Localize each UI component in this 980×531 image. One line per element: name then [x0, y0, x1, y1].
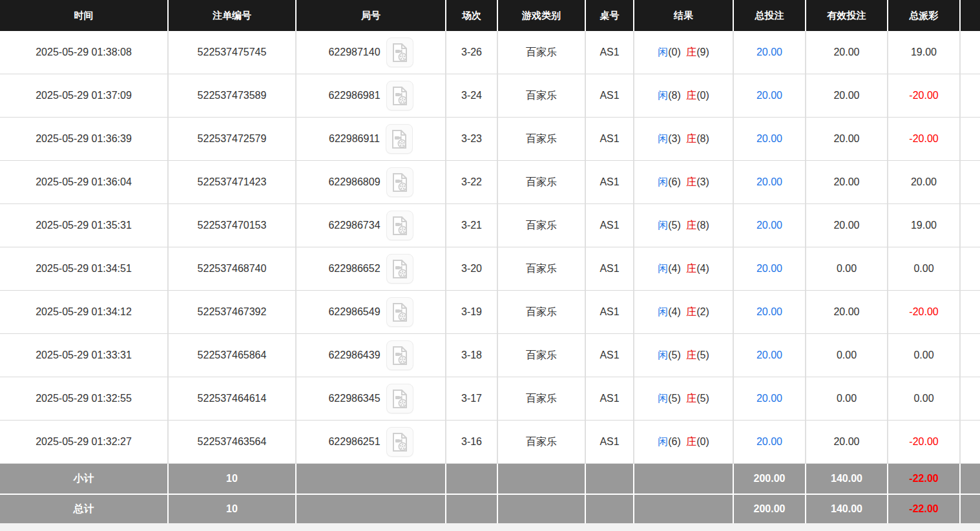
game-type-cell: 百家乐: [498, 334, 586, 377]
banker-result-label: 庄: [686, 90, 696, 101]
banker-score: (5): [696, 349, 709, 360]
video-playback-button[interactable]: [386, 167, 413, 197]
video-playback-button[interactable]: [386, 124, 413, 154]
summary-count-cell: 10: [169, 494, 297, 523]
video-file-icon: [391, 302, 409, 322]
bet-id-cell: 522537471423: [169, 161, 297, 204]
game-type-cell: 百家乐: [498, 204, 586, 247]
extra-cell: [961, 74, 980, 118]
player-result-label: 闲: [658, 133, 668, 144]
banker-score: (5): [696, 393, 709, 404]
player-result-label: 闲: [658, 436, 668, 447]
banker-result-label: 庄: [686, 349, 696, 360]
result-cell: 闲(6) 庄(3): [634, 161, 734, 204]
round-id-cell: 622986911: [297, 118, 446, 161]
total-bet-link[interactable]: 20.00: [756, 349, 782, 360]
round-id-value: 622986549: [328, 306, 380, 318]
round-id-cell: 622986734: [297, 204, 446, 247]
video-playback-button[interactable]: [386, 427, 413, 457]
total-bet-cell: 20.00: [734, 377, 806, 421]
table-row: 2025-05-29 01:37:09 522537473589 6229869…: [0, 74, 980, 118]
result-cell: 闲(5) 庄(5): [634, 377, 734, 421]
total-bet-cell: 20.00: [734, 291, 806, 334]
summary-row: 小计 10 200.00 140.00 -22.00: [0, 464, 980, 494]
summary-valid-bet-cell: 140.00: [806, 494, 888, 523]
total-bet-cell: 20.00: [734, 421, 806, 464]
table-row: 2025-05-29 01:38:08 522537475745 6229871…: [0, 31, 980, 74]
player-result-label: 闲: [658, 263, 668, 274]
session-cell: 3-16: [446, 421, 498, 464]
video-playback-button[interactable]: [386, 81, 413, 110]
banker-result-label: 庄: [686, 393, 696, 404]
video-file-icon: [391, 389, 409, 409]
round-id-value: 622986734: [328, 220, 380, 231]
round-id-cell: 622986549: [297, 291, 446, 334]
col-header-extra: [961, 0, 980, 31]
table-row: 2025-05-29 01:34:12 522537467392 6229865…: [0, 291, 980, 334]
total-bet-link[interactable]: 20.00: [756, 306, 782, 317]
total-bet-link[interactable]: 20.00: [756, 47, 782, 57]
session-cell: 3-26: [446, 31, 498, 74]
summary-table-cell: [586, 494, 634, 523]
total-bet-link[interactable]: 20.00: [756, 220, 782, 231]
payout-cell: 0.00: [888, 334, 961, 377]
player-result-label: 闲: [658, 176, 668, 187]
bet-id-cell: 522537472579: [169, 118, 297, 161]
video-playback-button[interactable]: [386, 37, 413, 67]
banker-result-label: 庄: [686, 47, 696, 57]
table-header-row: 时间注单编号局号场次游戏类别桌号结果总投注有效投注总派彩: [0, 0, 980, 31]
game-type-cell: 百家乐: [498, 377, 586, 421]
col-header-valid-bet: 有效投注: [806, 0, 888, 31]
summary-row: 总计 10 200.00 140.00 -22.00: [0, 494, 980, 523]
bet-records-table: 时间注单编号局号场次游戏类别桌号结果总投注有效投注总派彩 2025-05-29 …: [0, 0, 980, 523]
video-playback-button[interactable]: [386, 211, 413, 240]
bet-id-cell: 522537464614: [169, 377, 297, 421]
round-id-cell: 622986981: [297, 74, 446, 118]
banker-score: (4): [696, 263, 709, 274]
video-playback-button[interactable]: [386, 297, 413, 327]
video-playback-button[interactable]: [386, 384, 413, 413]
session-cell: 3-23: [446, 118, 498, 161]
total-bet-link[interactable]: 20.00: [756, 133, 782, 144]
total-bet-link[interactable]: 20.00: [756, 90, 782, 101]
payout-cell: -20.00: [888, 291, 961, 334]
player-result-label: 闲: [658, 393, 668, 404]
total-bet-cell: 20.00: [734, 118, 806, 161]
player-score: (3): [668, 133, 681, 144]
table-no-cell: AS1: [586, 291, 634, 334]
banker-score: (8): [696, 220, 709, 231]
result-cell: 闲(0) 庄(9): [634, 31, 734, 74]
session-cell: 3-24: [446, 74, 498, 118]
table-row: 2025-05-29 01:36:39 522537472579 6229869…: [0, 118, 980, 161]
total-bet-link[interactable]: 20.00: [756, 436, 782, 447]
summary-valid-bet-cell: 140.00: [806, 464, 888, 494]
round-id-value: 622986809: [328, 176, 380, 188]
banker-score: (8): [696, 133, 709, 144]
total-bet-link[interactable]: 20.00: [756, 393, 782, 404]
round-id-value: 622986251: [328, 436, 380, 448]
player-result-label: 闲: [658, 306, 668, 317]
table-no-cell: AS1: [586, 247, 634, 291]
video-file-icon: [391, 86, 409, 106]
round-id-value: 622986345: [328, 393, 380, 404]
total-bet-link[interactable]: 20.00: [756, 176, 782, 187]
summary-session-cell: [446, 494, 498, 523]
table-no-cell: AS1: [586, 74, 634, 118]
extra-cell: [961, 377, 980, 421]
table-row: 2025-05-29 01:36:04 522537471423 6229868…: [0, 161, 980, 204]
table-no-cell: AS1: [586, 204, 634, 247]
video-playback-button[interactable]: [386, 254, 413, 284]
video-playback-button[interactable]: [386, 340, 413, 370]
col-header-bet-id: 注单编号: [169, 0, 297, 31]
game-type-cell: 百家乐: [498, 118, 586, 161]
player-score: (6): [668, 436, 681, 447]
total-bet-link[interactable]: 20.00: [756, 263, 782, 274]
col-header-session: 场次: [446, 0, 498, 31]
result-cell: 闲(8) 庄(0): [634, 74, 734, 118]
summary-table-cell: [586, 464, 634, 494]
game-type-cell: 百家乐: [498, 31, 586, 74]
banker-score: (2): [696, 306, 709, 317]
time-cell: 2025-05-29 01:33:31: [0, 334, 169, 377]
player-score: (4): [668, 263, 681, 274]
table-no-cell: AS1: [586, 31, 634, 74]
